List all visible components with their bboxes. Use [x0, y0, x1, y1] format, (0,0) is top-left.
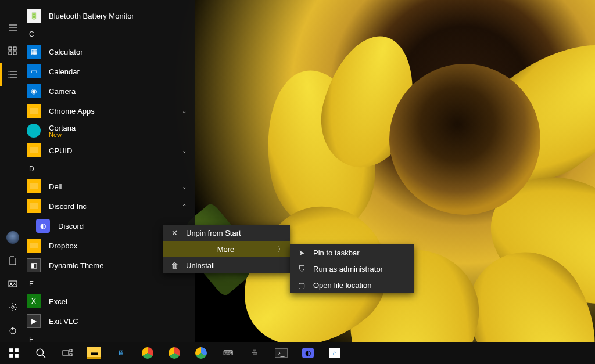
app-label: Camera [49, 87, 76, 96]
pin-icon: ➤ [297, 248, 306, 257]
app-camera[interactable]: ◉ Camera [26, 81, 195, 101]
ctx-label: Unpin from Start [186, 229, 241, 237]
taskbar-app-chrome-1[interactable] [135, 342, 160, 364]
ctx-run-as-administrator[interactable]: ⛉ Run as administrator [290, 261, 414, 277]
app-label: Bluetooth Battery Monitor [49, 12, 134, 20]
ctx-unpin-from-start[interactable]: ✕ Unpin from Start [163, 225, 290, 241]
taskbar-app-this-pc[interactable]: 🖥 [108, 342, 134, 364]
context-menu: ✕ Unpin from Start More 〉 🗑 Uninstall [163, 225, 290, 273]
task-view-button[interactable] [55, 342, 80, 364]
taskbar-app-store[interactable]: ⌂ [322, 342, 347, 364]
app-bluetooth-battery-monitor[interactable]: 🔋 Bluetooth Battery Monitor [26, 6, 195, 26]
search-button[interactable] [28, 342, 53, 364]
chrome-icon [169, 347, 180, 359]
letter-header-e[interactable]: E [26, 275, 195, 291]
app-calendar[interactable]: ▭ Calendar [26, 62, 195, 81]
nav-all-apps-button[interactable] [0, 63, 26, 86]
taskbar: ▬ 🖥 ⌨ 🖶 ›_ ◐ ⌂ [0, 342, 595, 364]
camera-icon: ◉ [27, 84, 41, 98]
app-cortana[interactable]: Cortana New [26, 121, 195, 140]
nav-menu-button[interactable] [0, 16, 26, 39]
store-icon: ⌂ [329, 348, 340, 358]
folder-icon [27, 199, 41, 213]
ctx-more[interactable]: More 〉 [163, 241, 290, 257]
power-icon [8, 326, 17, 335]
taskbar-app-scanner[interactable]: 🖶 [242, 342, 267, 364]
chrome-icon [142, 347, 153, 359]
chevron-down-icon: ⌄ [182, 183, 187, 190]
svg-point-6 [9, 77, 10, 78]
app-label: Dynamic Theme [49, 261, 103, 270]
gear-icon [8, 302, 17, 312]
svg-rect-2 [9, 52, 12, 55]
app-chrome-apps-folder[interactable]: Chrome Apps ⌄ [26, 101, 195, 121]
svg-rect-12 [15, 348, 19, 352]
taskbar-app-chrome-canary[interactable] [188, 342, 214, 364]
app-label: CPUID [49, 146, 72, 155]
chevron-down-icon: ⌄ [182, 147, 187, 154]
nav-user-button[interactable] [0, 226, 26, 249]
ctx-label: Pin to taskbar [313, 248, 360, 257]
document-icon [8, 256, 17, 265]
vlc-icon: ▶ [27, 314, 41, 328]
chevron-right-icon: 〉 [278, 245, 284, 254]
trash-icon: 🗑 [170, 261, 179, 270]
app-excel[interactable]: X Excel [26, 291, 195, 311]
app-label: Calendar [49, 67, 80, 76]
app-dell-folder[interactable]: Dell ⌄ [26, 176, 195, 196]
grid-icon [8, 46, 17, 56]
taskbar-app-chrome-2[interactable] [162, 342, 187, 364]
svg-rect-14 [15, 354, 19, 358]
chevron-down-icon: ⌄ [182, 108, 187, 114]
calculator-icon: ▦ [27, 45, 41, 59]
svg-point-8 [10, 283, 12, 284]
svg-point-15 [37, 349, 43, 355]
taskbar-app-device[interactable]: ⌨ [215, 342, 241, 364]
svg-rect-3 [13, 52, 16, 55]
svg-point-4 [9, 71, 10, 72]
pictures-icon [8, 279, 17, 289]
ctx-open-file-location[interactable]: ▢ Open file location [290, 277, 414, 293]
file-explorer-icon: ▬ [87, 347, 101, 359]
taskview-icon [62, 348, 73, 358]
app-label: Calculator [49, 48, 83, 56]
start-rail [0, 0, 26, 342]
taskbar-app-discord[interactable]: ◐ [295, 342, 321, 364]
folder-icon [27, 179, 41, 193]
taskbar-app-terminal[interactable]: ›_ [268, 342, 294, 364]
ctx-uninstall[interactable]: 🗑 Uninstall [163, 257, 290, 273]
excel-icon: X [27, 294, 41, 308]
bluetooth-icon: 🔋 [27, 9, 41, 23]
svg-point-5 [9, 74, 10, 75]
ctx-label: Open file location [313, 281, 371, 290]
svg-rect-16 [63, 351, 69, 355]
list-icon [8, 70, 17, 79]
theme-icon: ◧ [27, 258, 41, 272]
discord-icon: ◐ [302, 348, 314, 358]
app-exit-vlc[interactable]: ▶ Exit VLC [26, 311, 195, 331]
start-all-apps-list[interactable]: 🔋 Bluetooth Battery Monitor C ▦ Calculat… [26, 0, 195, 342]
nav-power-button[interactable] [0, 319, 26, 342]
nav-documents-button[interactable] [0, 249, 26, 272]
nav-pinned-button[interactable] [0, 39, 26, 63]
app-cpuid-folder[interactable]: CPUID ⌄ [26, 140, 195, 160]
ctx-pin-to-taskbar[interactable]: ➤ Pin to taskbar [290, 244, 414, 261]
cortana-icon [27, 124, 41, 138]
app-discord-inc-folder[interactable]: Discord Inc ⌃ [26, 196, 195, 216]
nav-pictures-button[interactable] [0, 272, 26, 295]
app-label: Chrome Apps [49, 107, 95, 116]
folder-icon [27, 104, 41, 118]
calendar-icon: ▭ [27, 64, 41, 78]
context-submenu-more: ➤ Pin to taskbar ⛉ Run as administrator … [290, 244, 414, 293]
nav-settings-button[interactable] [0, 295, 26, 319]
start-button[interactable] [1, 342, 27, 364]
letter-header-c[interactable]: C [26, 26, 195, 42]
taskbar-app-file-explorer[interactable]: ▬ [81, 342, 107, 364]
letter-header-d[interactable]: D [26, 160, 195, 176]
svg-rect-11 [9, 348, 13, 352]
shield-icon: ⛉ [297, 265, 306, 273]
unpin-icon: ✕ [170, 229, 179, 237]
app-calculator[interactable]: ▦ Calculator [26, 42, 195, 62]
letter-header-f[interactable]: F [26, 331, 195, 342]
device-icon: ⌨ [221, 347, 235, 359]
